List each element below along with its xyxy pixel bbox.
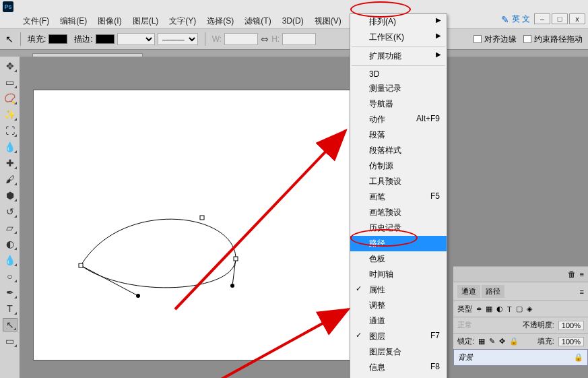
menu-3d[interactable]: 3D(D) (277, 15, 309, 27)
lock-row: 锁定: ▦ ✎ ✥ 🔒 填充: 100% (453, 333, 588, 349)
filter-icon[interactable]: T (507, 305, 512, 313)
width-group: W: ⇔ H: (212, 33, 316, 45)
move-tool-icon[interactable]: ↖ (5, 34, 13, 44)
lock-icon[interactable]: ▦ (478, 337, 485, 346)
fill-value[interactable]: 100% (558, 337, 584, 346)
dd-channels[interactable]: 通道 (350, 313, 447, 329)
dd-adjustments[interactable]: 调整 (350, 298, 447, 313)
lock-icon[interactable]: ✎ (489, 337, 495, 346)
menu-layer[interactable]: 图层(L) (127, 14, 164, 28)
dd-paths[interactable]: 路径 (350, 236, 447, 251)
dd-paragraph-styles[interactable]: 段落样式 (350, 143, 447, 158)
close-button[interactable]: x (569, 13, 585, 24)
maximize-button[interactable]: □ (552, 13, 568, 24)
lock-icon[interactable]: ✥ (499, 337, 505, 346)
type-tool[interactable]: T (3, 302, 18, 315)
check-icon: ✓ (356, 284, 362, 293)
dd-measurement[interactable]: 测量记录 (350, 81, 447, 96)
magic-wand-tool[interactable]: ✨ (3, 108, 18, 121)
stroke-swatch[interactable] (96, 34, 115, 44)
history-brush-tool[interactable]: ↺ (3, 205, 18, 218)
shape-tool[interactable]: ▭ (3, 334, 18, 348)
tab-channels[interactable]: 通道 (457, 285, 480, 298)
pen-tool[interactable]: ✒ (3, 286, 18, 299)
dd-layers[interactable]: ✓图层F7 (350, 329, 447, 344)
menu-file[interactable]: 文件(F) (18, 14, 55, 28)
submenu-arrow-icon: ▶ (436, 32, 441, 39)
eraser-tool[interactable]: ▱ (3, 221, 18, 234)
panel-menu-icon[interactable]: ≡ (580, 288, 584, 296)
path-selection-tool[interactable]: ↖ (3, 318, 18, 332)
svg-point-4 (230, 284, 234, 288)
layer-background[interactable]: 背景 🔒 (453, 349, 588, 366)
menu-bar: 文件(F) 编辑(E) 图像(I) 图层(L) 文字(Y) 选择(S) 滤镜(T… (0, 13, 588, 28)
menu-type[interactable]: 文字(Y) (164, 14, 201, 28)
link-icon[interactable]: ⇔ (261, 34, 269, 44)
dd-workspace[interactable]: 工作区(K)▶ (350, 30, 447, 45)
stroke-width-dropdown[interactable] (117, 33, 155, 45)
constrain-checkbox[interactable] (523, 35, 531, 43)
dd-tool-presets[interactable]: 工具预设 (350, 174, 447, 189)
dd-arrange[interactable]: 排列(A)▶ (350, 14, 447, 30)
menu-edit[interactable]: 编辑(E) (55, 14, 92, 28)
height-input[interactable] (282, 33, 316, 45)
brush-tool[interactable]: 🖌 (3, 172, 18, 186)
dd-brush-presets[interactable]: 画笔预设 (350, 205, 447, 220)
filter-icon[interactable]: ◐ (496, 305, 503, 313)
gradient-tool[interactable]: ◐ (3, 237, 18, 251)
healing-tool[interactable]: ✚ (3, 156, 18, 170)
dd-color[interactable]: 颜色F6 (350, 375, 447, 378)
dd-swatches[interactable]: 色板 (350, 251, 447, 267)
lasso-tool[interactable]: 📿 (3, 92, 18, 105)
dd-actions[interactable]: 动作Alt+F9 (350, 112, 447, 127)
language-indicator[interactable]: ✎ 英 文 (501, 13, 530, 25)
lock-icon[interactable]: 🔒 (509, 337, 519, 346)
menu-filter[interactable]: 滤镜(T) (239, 14, 276, 28)
stroke-style-dropdown[interactable]: ——— (158, 33, 198, 45)
dd-brush[interactable]: 画笔F5 (350, 189, 447, 205)
blur-tool[interactable]: 💧 (3, 253, 18, 267)
dd-navigator[interactable]: 导航器 (350, 96, 447, 112)
separator (352, 65, 445, 66)
opacity-value[interactable]: 100% (558, 321, 584, 330)
width-label: W: (212, 34, 222, 44)
fill-swatch[interactable] (48, 34, 67, 44)
filter-icon[interactable]: ▢ (516, 305, 523, 313)
eyedropper-tool[interactable]: 💧 (3, 140, 18, 154)
menu-view[interactable]: 视图(V) (309, 14, 347, 28)
menu-select[interactable]: 选择(S) (201, 14, 239, 28)
path-shape[interactable] (34, 90, 370, 360)
title-bar: Ps (0, 0, 588, 13)
stroke-label: 描边: (74, 34, 92, 45)
dd-3d[interactable]: 3D (350, 67, 447, 81)
window-controls: – □ x (534, 13, 585, 24)
move-tool[interactable]: ✥ (3, 59, 18, 73)
dd-info[interactable]: 信息F8 (350, 360, 447, 375)
canvas[interactable] (34, 90, 370, 360)
minimize-button[interactable]: – (534, 13, 550, 24)
width-input[interactable] (224, 33, 258, 45)
constrain-group[interactable]: 约束路径拖动 (523, 34, 583, 45)
dd-clone-source[interactable]: 仿制源 (350, 158, 447, 174)
dodge-tool[interactable]: ○ (3, 270, 18, 283)
dd-timeline[interactable]: 时间轴 (350, 267, 447, 282)
align-checkbox[interactable] (473, 35, 482, 43)
submenu-arrow-icon: ▶ (436, 51, 441, 58)
marquee-tool[interactable]: ▭ (3, 75, 18, 89)
align-edges-group[interactable]: 对齐边缘 (473, 34, 517, 45)
right-panels: 🗑 ≡ 通道 路径 ≡ 类型 ≑ ▦ ◐ T ▢ ◈ 正常 不透明度: 100%… (453, 266, 588, 366)
trash-icon[interactable]: 🗑 (568, 270, 576, 279)
stamp-tool[interactable]: ⬢ (3, 189, 18, 202)
dd-paragraph[interactable]: 段落 (350, 127, 447, 143)
tab-paths[interactable]: 路径 (482, 285, 504, 298)
filter-icon[interactable]: ◈ (527, 305, 532, 313)
filter-icon[interactable]: ▦ (486, 305, 492, 313)
crop-tool[interactable]: ⛶ (3, 124, 18, 137)
dd-properties[interactable]: ✓属性 (350, 282, 447, 298)
panel-menu-icon[interactable]: ≡ (580, 270, 584, 278)
dd-history[interactable]: 历史记录 (350, 220, 447, 236)
dd-extensions[interactable]: 扩展功能▶ (350, 49, 447, 64)
dd-layer-comps[interactable]: 图层复合 (350, 344, 447, 360)
toolbox: ✥ ▭ 📿 ✨ ⛶ 💧 ✚ 🖌 ⬢ ↺ ▱ ◐ 💧 ○ ✒ T ↖ ▭ (0, 57, 20, 378)
menu-image[interactable]: 图像(I) (92, 14, 127, 28)
